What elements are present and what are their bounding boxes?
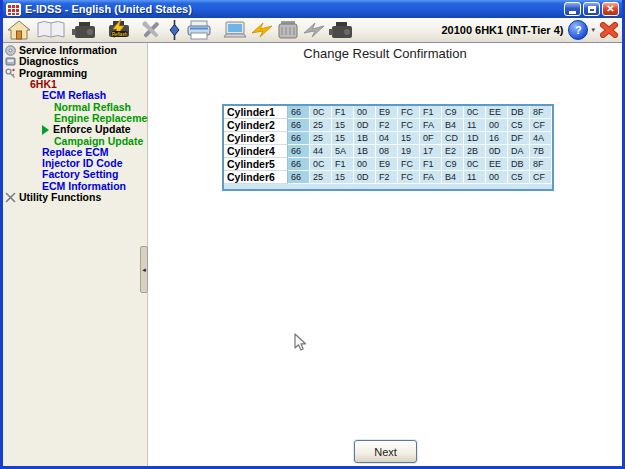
tree-item-label: Factory Setting [42,169,118,180]
reflash-button[interactable]: Reflash [104,19,134,41]
table-row-cylinder6: Cylinder66625150DF2FCFAB41100C5CF [224,171,552,184]
tree-item-enforce-update[interactable]: Enforce Update [3,124,147,135]
hex-value-cell: 66 [288,158,310,171]
next-button[interactable]: Next [354,440,417,463]
hex-value-cell: 0D [486,145,508,158]
row-label: Cylinder1 [224,106,288,119]
row-label: Cylinder5 [224,158,288,171]
tree-item-label: Enforce Update [53,124,131,135]
hex-value-cell: 2B [464,145,486,158]
table-bottom-strip [224,184,552,189]
help-button[interactable]: ? [568,20,588,40]
selected-item-arrow-icon [42,125,49,135]
hex-value-cell: 08 [376,145,398,158]
window-controls: ✕ [564,2,619,16]
cylinder-data-table: Cylinder1660CF100E9FCF1C90CEEDB8FCylinde… [222,104,554,191]
table-row-cylinder4: Cylinder466445A1B081917E22B0DDA7B [224,145,552,158]
toolbar: Reflash 20100 6HK1 (INT-Tier 4) ? ▾ [3,18,622,43]
tree-item-programming[interactable]: Programming [3,68,147,79]
hex-value-cell: EE [486,158,508,171]
close-icon: ✕ [606,4,614,14]
tree-item-label: Diagnostics [19,56,79,67]
hex-value-cell: 00 [486,119,508,132]
sidebar-collapse-handle[interactable]: ◂ [140,246,148,293]
maximize-icon [588,6,596,13]
hex-value-cell: 66 [288,119,310,132]
hex-value-cell: F1 [420,106,442,119]
tools-button[interactable] [139,19,163,41]
table-row-cylinder1: Cylinder1660CF100E9FCF1C90CEEDB8F [224,106,552,119]
tree-item-factory-setting[interactable]: Factory Setting [3,169,147,180]
hex-value-cell: F1 [420,158,442,171]
hex-value-cell: C9 [442,106,464,119]
hex-value-cell: 0C [464,106,486,119]
page-title: Change Result Confirmation [148,46,622,61]
hex-value-cell: 0C [310,158,332,171]
hex-value-cell: CF [530,171,552,184]
hex-value-cell: 66 [288,171,310,184]
hex-value-cell: DF [508,132,530,145]
tree-item-ecm-reflash[interactable]: ECM Reflash [3,90,147,101]
hex-value-cell: 25 [310,119,332,132]
hex-value-cell: 11 [464,119,486,132]
hex-value-cell: 1B [354,145,376,158]
svg-text:Reflash: Reflash [112,32,128,37]
hex-value-cell: C5 [508,171,530,184]
hex-value-cell: F2 [376,171,398,184]
hex-value-cell: FA [420,171,442,184]
hex-value-cell: 4A [530,132,552,145]
app-logo-icon [6,3,21,16]
hex-value-cell: 1D [464,132,486,145]
tree-item-campaign-update[interactable]: Campaign Update [3,135,147,146]
content-area: Service InformationDiagnosticsProgrammin… [3,43,622,466]
hex-value-cell: F1 [332,106,354,119]
printer-button[interactable] [186,19,212,41]
hex-value-cell: 15 [332,119,354,132]
tree-item-label: Utility Functions [19,192,101,203]
app-window: E-IDSS - English (United States) ✕ Refla… [0,0,625,469]
tree-item-utility-functions[interactable]: Utility Functions [3,192,147,203]
main-panel: Change Result Confirmation Cylinder1660C… [148,43,622,466]
tree-item-label: Normal Reflash [54,102,131,113]
hex-value-cell: B4 [442,119,464,132]
home-button[interactable] [7,19,31,41]
engine-data-button[interactable] [71,19,99,41]
hex-value-cell: 11 [464,171,486,184]
hex-value-cell: 00 [354,106,376,119]
hex-value-cell: F1 [332,158,354,171]
hex-value-cell: 7B [530,145,552,158]
hex-value-cell: 0D [354,171,376,184]
minimize-icon [569,11,576,14]
laptop-icon [222,19,248,41]
hex-value-cell: 66 [288,106,310,119]
hex-value-cell: 15 [332,132,354,145]
maximize-button[interactable] [583,2,600,16]
toolbar-right: 20100 6HK1 (INT-Tier 4) ? ▾ [441,20,618,40]
hex-value-cell: 25 [310,171,332,184]
lightning-gray-icon [303,19,325,41]
hex-value-cell: CF [530,119,552,132]
hex-value-cell: 8F [530,106,552,119]
tree-item-diagnostics[interactable]: Diagnostics [3,56,147,67]
hex-value-cell: FC [398,119,420,132]
connector-button[interactable] [168,19,181,41]
help-caret-icon: ▾ [591,26,595,34]
disc-icon [5,45,16,56]
close-button[interactable]: ✕ [602,2,619,16]
hex-value-cell: C9 [442,158,464,171]
hex-value-cell: 04 [376,132,398,145]
hex-value-cell: FA [420,119,442,132]
engine-icon [328,19,356,41]
hex-value-cell: 00 [486,171,508,184]
tree-item-label: Campaign Update [54,136,143,147]
minimize-button[interactable] [564,2,581,16]
hex-value-cell: FC [398,171,420,184]
service-manual-button[interactable] [36,19,66,41]
hex-value-cell: 17 [420,145,442,158]
row-label: Cylinder2 [224,119,288,132]
exit-button[interactable] [600,22,618,38]
scanner-icon [5,56,16,67]
navigation-tree: Service InformationDiagnosticsProgrammin… [3,45,147,203]
hex-value-cell: 0F [420,132,442,145]
row-label: Cylinder4 [224,145,288,158]
